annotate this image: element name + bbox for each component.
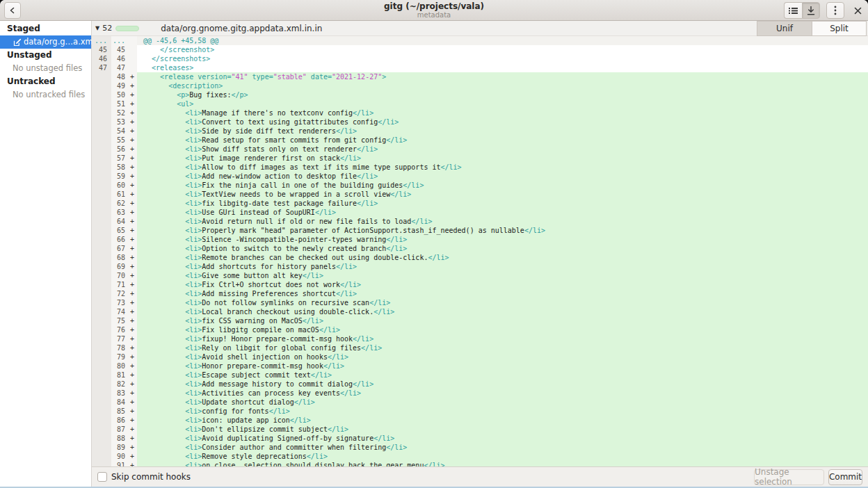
diff-sign: +: [127, 199, 137, 208]
titlebar-controls: [784, 2, 865, 19]
diff-line[interactable]: 76+ <li>Fix libgitg compile on macOS</li…: [92, 325, 868, 334]
diff-line[interactable]: 89+ <li>Consider author and committer wh…: [92, 443, 868, 452]
diff-line[interactable]: 90+ <li>Remove style deprecations</li>: [92, 452, 868, 461]
diff-line[interactable]: 55+ <li>Read setup for smart commits fro…: [92, 136, 868, 145]
diff-line[interactable]: 80+ <li>Honor prepare-commit-msg hook</l…: [92, 361, 868, 371]
diff-line[interactable]: 79+ <li>Avoid shell injection on hooks</…: [92, 352, 868, 361]
diff-line[interactable]: 91+ <li>on close, selection should displ…: [92, 461, 868, 466]
close-button[interactable]: [850, 3, 865, 18]
old-line-number: [92, 145, 111, 154]
new-line-number: 65: [111, 226, 127, 235]
diff-line[interactable]: 86+ <li>icon: update app icon</li>: [92, 416, 868, 425]
diff-sign: +: [127, 416, 137, 425]
diff-line[interactable]: 70+ <li>Give some button alt key</li>: [92, 271, 868, 280]
diff-line-content: <li>Use GUri instead of SoupURI</li>: [137, 208, 868, 217]
sidebar-item-staged-file[interactable]: data/org.g…a.xml.in.in: [0, 35, 91, 49]
diff-line[interactable]: 61+ <li>TextView needs to be wrapped in …: [92, 190, 868, 199]
diff-line[interactable]: 88+ <li>Avoid duplicating Signed-off-by …: [92, 434, 868, 443]
diff-line[interactable]: 81+ <li>Escape subject commit text</li>: [92, 371, 868, 380]
diff-line[interactable]: 72+ <li>Add missing Preferences shortcut…: [92, 289, 868, 298]
new-line-number: 45: [111, 45, 127, 54]
diff-line[interactable]: 56+ <li>Show diff stats only on text ren…: [92, 145, 868, 154]
commit-view-button[interactable]: [802, 2, 820, 19]
old-line-number: [92, 172, 111, 181]
diff-line[interactable]: 52+ <li>Manage if there's no textconv co…: [92, 108, 868, 117]
diff-line-content: <li>Give some button alt key</li>: [137, 271, 868, 280]
diff-line[interactable]: 87+ <li>Don't ellipsize commit subject</…: [92, 425, 868, 434]
diff-sign: +: [127, 190, 137, 199]
unified-view-button[interactable]: Unif: [757, 21, 812, 36]
diff-line[interactable]: 58+ <li>Allow to diff images as text if …: [92, 163, 868, 172]
old-line-number: [92, 72, 111, 81]
diff-line[interactable]: 75+ <li>fix CSS warning on MacOS</li>: [92, 316, 868, 325]
old-line-number: [92, 289, 111, 298]
diff-line[interactable]: 54+ <li>Side by side diff text renderers…: [92, 127, 868, 136]
diff-line-content: <li>Avoid duplicating Signed-off-by sign…: [137, 434, 868, 443]
diff-line[interactable]: 4545 </screenshot>: [92, 45, 868, 54]
diff-line[interactable]: 74+ <li>Local branch checkout using doub…: [92, 307, 868, 316]
diff-line[interactable]: 69+ <li>Add shortcuts for history panels…: [92, 262, 868, 271]
diff-line[interactable]: 57+ <li>Put image renderer first on stac…: [92, 154, 868, 163]
new-line-number: 80: [111, 361, 127, 371]
diff-line[interactable]: 84+ <li>Update shortcut dialog</li>: [92, 398, 868, 407]
diff-line-content: <li>Consider author and committer when f…: [137, 443, 868, 452]
diff-line[interactable]: 67+ <li>Option to switch to the newly cr…: [92, 244, 868, 253]
split-view-button[interactable]: Split: [812, 21, 867, 36]
new-line-number: ...: [111, 36, 127, 45]
old-line-number: [92, 244, 111, 253]
back-button[interactable]: [4, 2, 21, 19]
diff-hunk-header[interactable]: ......@@ -45,6 +45,58 @@: [92, 36, 868, 45]
skip-commit-hooks-checkbox[interactable]: [97, 472, 107, 482]
edit-pencil-icon: [13, 38, 22, 47]
old-line-number: [92, 262, 111, 271]
triangle-down-icon[interactable]: ▼: [95, 25, 99, 31]
new-line-number: 53: [111, 117, 127, 127]
new-line-number: 70: [111, 271, 127, 280]
diff-line[interactable]: 71+ <li>Fix Ctrl+O shortcut does not wor…: [92, 280, 868, 289]
diff-line[interactable]: 49+ <description>: [92, 81, 868, 90]
new-line-number: 63: [111, 208, 127, 217]
commit-button[interactable]: Commit: [828, 469, 862, 485]
old-line-number: [92, 398, 111, 407]
diff-line-content: <li>fix CSS warning on MacOS</li>: [137, 316, 868, 325]
diff-line[interactable]: 60+ <li>Fix the ninja call in one of the…: [92, 181, 868, 190]
diff-line-content: <li>Fix libgitg compile on macOS</li>: [137, 325, 868, 334]
history-list-button[interactable]: [784, 2, 802, 19]
unstage-selection-button[interactable]: Unstage selection: [754, 469, 824, 485]
new-line-number: 67: [111, 244, 127, 253]
diff-line[interactable]: 65+ <li>Properly mark "head" parameter o…: [92, 226, 868, 235]
diff-sign: [127, 63, 137, 72]
old-line-number: [92, 108, 111, 117]
diff-line[interactable]: 63+ <li>Use GUri instead of SoupURI</li>: [92, 208, 868, 217]
diff-line[interactable]: 66+ <li>Silence -Wincompatible-pointer-t…: [92, 235, 868, 244]
new-line-number: 48: [111, 72, 127, 81]
diff-line[interactable]: 83+ <li>Activities can process key event…: [92, 389, 868, 398]
diff-line[interactable]: 77+ <li>fixup! Honor prepare-commit-msg …: [92, 334, 868, 343]
diff-line[interactable]: 59+ <li>Add new-window action to desktop…: [92, 172, 868, 181]
download-icon: [807, 6, 815, 15]
diff-line[interactable]: 4646 </screenshots>: [92, 54, 868, 63]
diff-line[interactable]: 53+ <li>Convert to text using gitattribu…: [92, 117, 868, 127]
diff-line[interactable]: 50+ <p>Bug fixes:</p>: [92, 90, 868, 99]
diff-line-content: <release version="41" type="stable" date…: [137, 72, 868, 81]
diff-line[interactable]: 82+ <li>Add message history to commit di…: [92, 380, 868, 389]
diff-sign: +: [127, 452, 137, 461]
menu-button[interactable]: [826, 2, 844, 19]
diff-line[interactable]: 64+ <li>Avoid return null if old or new …: [92, 217, 868, 226]
diff-line[interactable]: 78+ <li>Rely on libgit for global config…: [92, 343, 868, 352]
diff-line[interactable]: 48+ <release version="41" type="stable" …: [92, 72, 868, 81]
diff-sign: +: [127, 136, 137, 145]
diff-line[interactable]: 85+ <li>config for fonts</li>: [92, 407, 868, 416]
diff-line-content: <li>Manage if there's no textconv config…: [137, 108, 868, 117]
diff-line[interactable]: 73+ <li>Do not follow symlinks on recurs…: [92, 298, 868, 307]
diff-sign: +: [127, 163, 137, 172]
diff-line[interactable]: 62+ <li>fix libgitg-date test package fa…: [92, 199, 868, 208]
diff-line[interactable]: 51+ <ul>: [92, 99, 868, 108]
diff-line-content: <li>TextView needs to be wrapped in a sc…: [137, 190, 868, 199]
unstaged-placeholder: No unstaged files: [0, 62, 91, 75]
diff-line[interactable]: 4747 <releases>: [92, 63, 868, 72]
old-line-number: [92, 99, 111, 108]
diff-line-content: <li>Allow to diff images as text if its …: [137, 163, 868, 172]
new-line-number: 73: [111, 298, 127, 307]
diff-line[interactable]: 68+ <li>Remote branches can be checked o…: [92, 253, 868, 262]
